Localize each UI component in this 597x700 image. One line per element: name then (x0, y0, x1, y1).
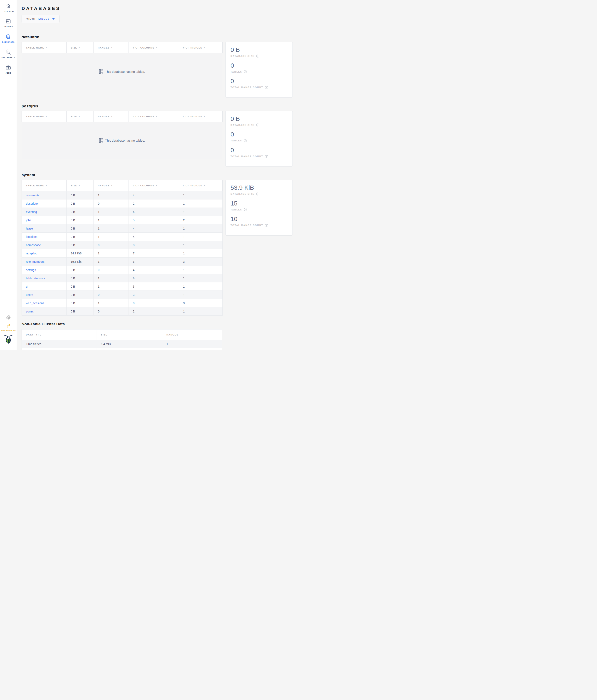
table-icon (99, 138, 103, 143)
info-icon[interactable] (256, 54, 259, 58)
column-header-table-name[interactable]: TABLE NAME (22, 111, 67, 122)
info-icon[interactable] (256, 123, 259, 126)
column-header-data-type: DATA TYPE (22, 329, 97, 340)
sidebar-item-jobs[interactable]: JOBS (6, 65, 11, 74)
info-icon[interactable] (265, 224, 268, 227)
table-row: zones0 B021 (22, 307, 223, 316)
info-icon[interactable] (244, 208, 247, 211)
sort-descending-icon (154, 115, 158, 118)
cell-columns: 3 (129, 257, 179, 266)
cell-ranges: 8 (162, 348, 222, 350)
info-icon[interactable] (244, 70, 247, 73)
sort-descending-icon (202, 115, 206, 118)
sidebar-item-overview[interactable]: OVERVIEW (3, 3, 14, 12)
cell-ranges: 1 (94, 249, 129, 257)
sidebar-item-label: DATABASES (2, 41, 15, 43)
cell-size: 0 B (67, 241, 94, 249)
content-divider (22, 31, 293, 31)
cell-columns: 2 (129, 199, 179, 208)
tables-count-value: 0 (231, 131, 287, 138)
column-header-columns[interactable]: # OF COLUMNS (129, 111, 179, 122)
info-icon[interactable] (265, 86, 268, 89)
databases-page: OVERVIEW METRICS (0, 0, 298, 350)
column-header-size[interactable]: SIZE (67, 180, 94, 191)
insecure-mode-label: INSECURE MODE (1, 329, 16, 331)
table-name-link[interactable]: jobs (26, 219, 31, 222)
cell-name: web_sessions (22, 299, 67, 307)
cell-ranges: 0 (94, 266, 129, 274)
table-name-link[interactable]: lease (26, 227, 33, 230)
insecure-mode-indicator[interactable]: INSECURE MODE (1, 323, 16, 331)
sidebar-item-databases[interactable]: DATABASES (2, 34, 15, 43)
cell-columns: 5 (129, 216, 179, 224)
section-title: Non-Table Cluster Data (22, 322, 293, 326)
column-header-size[interactable]: SIZE (67, 111, 94, 122)
column-header-ranges[interactable]: RANGES (94, 111, 129, 122)
database-section-postgres: postgres TABLE NAME SIZE RANGES # OF COL… (22, 104, 293, 167)
table-row: ui0 B131 (22, 282, 223, 291)
home-icon (6, 3, 11, 9)
sidebar-item-metrics[interactable]: METRICS (4, 19, 13, 28)
cell-columns: 6 (129, 208, 179, 216)
table-name-link[interactable]: eventlog (26, 210, 37, 214)
column-header-columns[interactable]: # OF COLUMNS (129, 42, 179, 53)
column-header-table-name[interactable]: TABLE NAME (22, 180, 67, 191)
table-row: comments0 B141 (22, 191, 223, 199)
database-size-value: 0 B (231, 46, 287, 53)
table-name-link[interactable]: comments (26, 194, 40, 197)
cell-size: 0 B (67, 224, 94, 233)
table-name-link[interactable]: namespace (26, 244, 41, 247)
cell-name: users (22, 291, 67, 299)
sort-descending-icon (110, 115, 113, 118)
sort-descending-icon (77, 184, 80, 187)
table-header-row: TABLE NAME SIZE RANGES # OF COLUMNS # OF… (22, 111, 223, 122)
cell-size: 0 B (67, 307, 94, 316)
table-name-link[interactable]: zones (26, 310, 33, 313)
column-header-size[interactable]: SIZE (67, 42, 94, 53)
cell-size: 0 B (67, 191, 94, 199)
table-name-link[interactable]: rangelog (26, 252, 37, 255)
column-header-indices[interactable]: # OF INDICES (179, 111, 223, 122)
column-header-columns[interactable]: # OF COLUMNS (129, 180, 179, 191)
table-name-link[interactable]: web_sessions (26, 301, 44, 305)
settings-button[interactable] (6, 315, 11, 320)
table-name-link[interactable]: locations (26, 235, 37, 239)
column-header-indices[interactable]: # OF INDICES (179, 42, 223, 53)
cell-columns: 9 (129, 274, 179, 282)
column-header-table-name[interactable]: TABLE NAME (22, 42, 67, 53)
table-row: role_members19.3 KiB133 (22, 257, 223, 266)
sort-descending-icon (154, 184, 158, 187)
sidebar-item-statements[interactable]: STATEMENTS (1, 49, 15, 59)
column-header-ranges[interactable]: RANGES (94, 42, 129, 53)
unlocked-padlock-icon (6, 323, 11, 328)
database-stats-card: 0 B DATABASE SIZE 0 TABLES 0 TOTAL RANGE… (225, 42, 293, 98)
info-icon[interactable] (256, 193, 259, 196)
cell-ranges: 1 (94, 257, 129, 266)
sort-descending-icon (110, 46, 113, 49)
table-name-link[interactable]: descriptor (26, 202, 38, 205)
table-name-link[interactable]: role_members (26, 260, 44, 263)
cell-name: namespace (22, 241, 67, 249)
table-name-link[interactable]: table_statistics (26, 277, 45, 280)
column-header-ranges[interactable]: RANGES (94, 180, 129, 191)
cell-size: 1.4 MiB (97, 340, 162, 348)
statements-icon (5, 49, 11, 55)
info-icon[interactable] (244, 139, 247, 142)
cell-size: 0 B (67, 208, 94, 216)
table-name-link[interactable]: users (26, 293, 33, 297)
view-dropdown[interactable]: VIEW: TABLES (22, 15, 59, 23)
cell-name: jobs (22, 216, 67, 224)
table-name-link[interactable]: settings (26, 268, 36, 272)
cell-size: 0 B (67, 274, 94, 282)
database-size-label: DATABASE SIZE (231, 54, 287, 58)
table-name-link[interactable]: ui (26, 285, 28, 288)
column-header-indices[interactable]: # OF INDICES (179, 180, 223, 191)
cell-ranges: 1 (94, 233, 129, 241)
table-header-row: TABLE NAME SIZE RANGES # OF COLUMNS # OF… (22, 42, 223, 53)
sidebar-item-label: OVERVIEW (3, 10, 14, 12)
info-icon[interactable] (265, 155, 268, 158)
table-row: settings0 B041 (22, 266, 223, 274)
column-header-ranges: RANGES (162, 329, 222, 340)
cell-name: locations (22, 233, 67, 241)
cell-ranges: 0 (94, 241, 129, 249)
